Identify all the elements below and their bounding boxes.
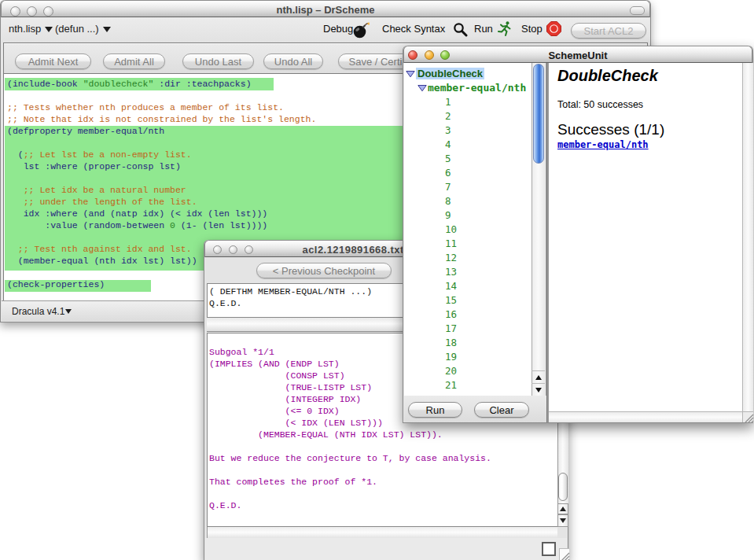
proof-line: (< IDX (LEN LST)))	[209, 417, 383, 429]
toolbar-button-admit-next[interactable]: Admit Next	[15, 53, 91, 69]
tree-case-item[interactable]: 9	[445, 208, 451, 223]
drscheme-window-title: nth.lisp – DrScheme	[2, 4, 649, 16]
code-line: ;; Tests whether nth produces a member o…	[7, 101, 284, 113]
scroll-up-arrow[interactable]	[557, 503, 568, 514]
down-triangle-icon	[560, 518, 566, 523]
tree-case-item[interactable]: 20	[445, 364, 457, 378]
tree-case-item[interactable]: 15	[445, 293, 457, 308]
tree-case-item[interactable]: 19	[445, 350, 457, 364]
drscheme-menu-row: nth.lisp (defun ...) Debug Check Syntax …	[2, 17, 649, 42]
toolbar-button-admit-all[interactable]: Admit All	[103, 53, 165, 69]
test-tree-panel[interactable]: DoubleCheck member-equal/nth 12345678910…	[404, 63, 531, 396]
code-line: (;; Let lst be a non-empty list.	[7, 149, 192, 160]
report-successes-heading: Successes (1/1)	[557, 121, 664, 138]
scroll-up-arrow[interactable]	[531, 370, 545, 383]
file-popup-menu[interactable]: nth.lisp	[9, 23, 53, 35]
gc-indicator	[542, 542, 556, 556]
code-line: ;; Test nth against idx and lst.	[7, 243, 192, 255]
previous-checkpoint-button[interactable]: < Previous Checkpoint	[256, 263, 392, 278]
chevron-down-icon	[103, 27, 111, 32]
toolbar-button-undo-last[interactable]: Undo Last	[182, 53, 254, 69]
report-heading: DoubleCheck	[557, 67, 658, 85]
tree-case-item[interactable]: 3	[445, 123, 451, 138]
tree-case-item[interactable]: 4	[445, 138, 451, 152]
resize-grip[interactable]	[559, 548, 569, 560]
disclosure-triangle-icon[interactable]	[417, 83, 427, 93]
runner-icon[interactable]	[497, 20, 512, 38]
tree-case-item[interactable]: 7	[445, 180, 451, 194]
tree-case-item[interactable]: 1	[445, 95, 451, 109]
code-line: ;; under the length of the list.	[7, 196, 197, 208]
test-result-link[interactable]: member-equal/nth	[557, 139, 649, 150]
start-acl2-button[interactable]: Start ACL2	[571, 23, 646, 39]
code-line: :value (random-between 0 (1- (len lst)))…	[7, 219, 267, 231]
code-line: (defproperty member-equal/nth	[7, 125, 164, 137]
tree-child-label[interactable]: member-equal/nth	[428, 82, 526, 94]
proof-line: Q.E.D.	[209, 499, 241, 511]
tree-case-item[interactable]: 18	[445, 336, 457, 350]
scroll-down-arrow[interactable]	[531, 383, 545, 396]
summary-line: ( DEFTHM MEMBER-EQUAL/NTH ...)	[209, 286, 372, 297]
report-panel[interactable]: DoubleCheck Total: 50 successes Successe…	[549, 63, 742, 411]
debug-button[interactable]: Debug	[323, 23, 353, 35]
toolbar-toggle-lozenge[interactable]	[630, 6, 645, 15]
tree-case-item[interactable]: 11	[445, 237, 457, 251]
acl2-hscrollbar-track[interactable]	[207, 527, 557, 538]
code-line: (member-equal (nth idx lst) lst))	[7, 255, 197, 267]
disclosure-triangle-icon[interactable]	[406, 69, 415, 79]
tree-case-item[interactable]: 2	[445, 109, 451, 123]
tree-case-item[interactable]: 16	[445, 308, 457, 322]
acl2-scrollbar-thumb[interactable]	[558, 473, 568, 501]
resize-grip[interactable]	[742, 411, 753, 422]
report-hscrollbar-track[interactable]	[549, 411, 742, 422]
toolbar-button-undo-all[interactable]: Undo All	[263, 53, 323, 69]
proof-line: (INTEGERP IDX)	[209, 393, 361, 405]
stop-button[interactable]: Stop	[521, 23, 543, 35]
up-triangle-icon	[560, 507, 566, 511]
scroll-down-arrow[interactable]	[557, 514, 568, 527]
check-syntax-button[interactable]: Check Syntax	[382, 23, 445, 35]
code-line: (include-book "doublecheck" :dir :teachp…	[7, 78, 252, 90]
tree-case-item[interactable]: 8	[445, 194, 451, 208]
code-line: ;; Note that idx is not constrained by t…	[7, 113, 316, 125]
proof-line: That completes the proof of *1.	[209, 476, 377, 488]
chevron-down-icon	[45, 27, 53, 32]
proof-line: (<= 0 IDX)	[209, 405, 340, 417]
report-scrollbar-track[interactable]	[742, 63, 753, 411]
code-line: (check-properties)	[7, 278, 105, 290]
proof-line: (IMPLIES (AND (ENDP LST)	[209, 358, 340, 370]
tree-case-item[interactable]: 17	[445, 322, 457, 336]
tree-case-item[interactable]: 14	[445, 279, 457, 293]
tree-case-item[interactable]: 6	[445, 166, 451, 180]
proof-line: But we reduce the conjecture to T, by ca…	[209, 452, 491, 464]
schemeunit-window-title: SchemeUnit	[404, 50, 752, 61]
up-triangle-icon	[535, 375, 542, 380]
tree-case-item[interactable]: 21	[445, 378, 457, 392]
schemeunit-titlebar[interactable]: SchemeUnit	[403, 46, 752, 63]
tree-case-item[interactable]: 13	[445, 265, 457, 279]
bomb-icon[interactable]	[352, 20, 370, 39]
chevron-down-icon	[65, 309, 72, 314]
tree-case-item[interactable]: 10	[445, 223, 457, 237]
code-line: idx :where (and (natp idx) (< idx (len l…	[7, 208, 267, 219]
code-line: lst :where (proper-consp lst)	[7, 160, 181, 172]
proof-line: (CONSP LST)	[209, 370, 345, 381]
tree-root-label[interactable]: DoubleCheck	[416, 68, 484, 79]
proof-line: (TRUE-LISTP LST)	[209, 381, 372, 393]
proof-line: Subgoal *1/1	[209, 346, 274, 358]
down-triangle-icon	[535, 388, 542, 392]
defun-popup-menu[interactable]: (defun ...)	[55, 23, 111, 35]
drscheme-titlebar[interactable]: nth.lisp – DrScheme	[1, 0, 650, 17]
run-button[interactable]: Run	[474, 23, 493, 35]
run-tests-button[interactable]: Run	[408, 402, 462, 418]
magnifier-icon[interactable]	[453, 22, 468, 37]
stop-icon[interactable]	[546, 21, 561, 36]
clear-results-button[interactable]: Clear	[474, 402, 529, 418]
tree-case-item[interactable]: 5	[445, 152, 451, 166]
dracula-version-menu[interactable]: Dracula v4.1	[12, 306, 64, 317]
report-total: Total: 50 successes	[557, 99, 643, 110]
tree-case-item[interactable]: 12	[445, 251, 457, 265]
file-menu-label: nth.lisp	[9, 23, 41, 35]
tree-scrollbar-thumb[interactable]	[533, 64, 544, 164]
summary-line: Q.E.D.	[209, 297, 241, 309]
